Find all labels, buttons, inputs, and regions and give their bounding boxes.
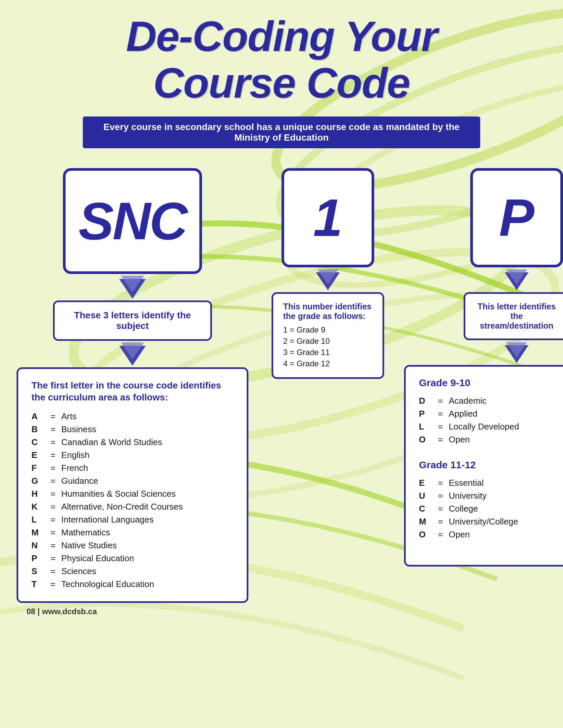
curr-equals: = [45,515,61,525]
curr-letter: C [31,437,45,447]
curriculum-list-item: A=Arts [31,410,233,423]
curriculum-title: The first letter in the course code iden… [31,380,233,404]
subtitle-banner: Every course in secondary school has a u… [83,116,480,148]
stream-list-item: M=University/College [419,515,563,528]
curr-letter: A [31,411,45,422]
curr-equals: = [45,411,61,422]
curriculum-box: The first letter in the course code iden… [17,367,248,603]
curriculum-list-item: H=Humanities & Social Sciences [31,487,233,500]
curr-letter: L [31,515,45,525]
1p-code-row: 1 This number identifies the grade as fo… [271,168,563,567]
arrow-stream-2 [502,340,532,365]
curr-value: Alternative, Non-Credit Courses [61,502,183,512]
curriculum-list-item: P=Physical Education [31,552,233,565]
stream-list-item: O=Open [419,433,563,446]
stream-letter-box: P [470,168,563,267]
curr-letter: E [31,450,45,460]
curr-value: French [61,463,88,473]
grade-info-box: This number identifies the grade as foll… [271,292,384,379]
curriculum-list-item: L=International Languages [31,513,233,526]
curr-value: Guidance [61,476,98,486]
curriculum-list-item: C=Canadian & World Studies [31,436,233,449]
grade-list-item: 4 = Grade 12 [283,358,373,369]
curr-letter: P [31,553,45,564]
grade-1112-title: Grade 11-12 [419,459,563,471]
stream-list-item: D=Academic [419,394,563,407]
grade-list-item: 2 = Grade 10 [283,336,373,347]
snc-code-text: SNC [78,191,186,251]
curr-value: Sciences [61,566,96,576]
curr-value: Humanities & Social Sciences [61,489,175,499]
arrow-snc-1 [116,274,149,300]
grade-info-title: This number identifies the grade as foll… [283,302,373,321]
curr-equals: = [45,540,61,551]
stream-list-item: P=Applied [419,407,563,420]
stream-910-list: D=AcademicP=AppliedL=Locally DevelopedO=… [419,394,563,446]
stream-list-item: L=Locally Developed [419,420,563,433]
grade-910-title: Grade 9-10 [419,377,563,388]
left-section: SNC These 3 letters identify the subject… [26,168,238,603]
grade-list-item: 3 = Grade 11 [283,347,373,358]
curriculum-list-item: E=English [31,449,233,462]
curr-equals: = [45,476,61,486]
curr-equals: = [45,579,61,589]
stream-label-box: This letter identifies the stream/destin… [464,292,563,340]
snc-code-box: SNC [63,168,202,274]
curr-equals: = [45,463,61,473]
curriculum-list-item: M=Mathematics [31,526,233,539]
curr-value: Canadian & World Studies [61,437,162,447]
curr-value: English [61,450,89,460]
footer: 08 | www.dcdsb.ca [26,607,97,616]
curriculum-list-item: N=Native Studies [31,539,233,552]
curr-equals: = [45,437,61,447]
curr-letter: N [31,540,45,551]
arrow-grade [313,267,343,292]
curr-value: International Languages [61,515,154,525]
subject-label-box: These 3 letters identify the subject [53,300,212,341]
curr-letter: M [31,527,45,538]
grade-digit-box: 1 [282,168,374,267]
curr-equals: = [45,489,61,499]
curriculum-list-item: T=Technological Education [31,578,233,591]
curr-letter: K [31,502,45,512]
stream-list-item: U=University [419,489,563,502]
stream-letter-text: P [499,187,535,248]
curr-letter: F [31,463,45,473]
curriculum-list-item: S=Sciences [31,565,233,578]
grade-list-item: 1 = Grade 9 [283,324,373,336]
curriculum-list-item: G=Guidance [31,475,233,487]
curr-equals: = [45,502,61,512]
curriculum-list-item: B=Business [31,423,233,436]
curr-letter: G [31,476,45,486]
stream-1112-list: E=EssentialU=UniversityC=CollegeM=Univer… [419,477,563,541]
stream-list-item: O=Open [419,528,563,541]
stream-destinations-box: Grade 9-10 D=AcademicP=AppliedL=Locally … [404,365,563,567]
curriculum-list-item: K=Alternative, Non-Credit Courses [31,500,233,513]
curr-equals: = [45,527,61,538]
curr-letter: S [31,566,45,576]
curr-letter: H [31,489,45,499]
curr-value: Arts [61,411,76,422]
page-title: De-Coding Your Course Code [26,13,537,107]
stream-list-item: C=College [419,502,563,515]
stream-list-item: E=Essential [419,477,563,489]
curr-equals: = [45,553,61,564]
right-section: 1 This number identifies the grade as fo… [252,168,563,567]
curr-value: Technological Education [61,579,154,589]
grade-digit-text: 1 [313,187,343,248]
arrow-snc-2 [116,341,149,367]
curr-value: Mathematics [61,527,110,538]
curr-value: Native Studies [61,540,117,551]
curr-equals: = [45,424,61,434]
curriculum-list: A=ArtsB=BusinessC=Canadian & World Studi… [31,410,233,591]
col-grade: 1 This number identifies the grade as fo… [271,168,384,379]
curriculum-list-item: F=French [31,462,233,475]
curr-value: Physical Education [61,553,134,564]
curr-equals: = [45,450,61,460]
col-stream: P This letter identifies the stream/dest… [404,168,563,567]
curr-letter: T [31,579,45,589]
curr-value: Business [61,424,96,434]
arrow-stream [502,267,532,292]
main-layout: SNC These 3 letters identify the subject… [26,168,537,603]
grade-list: 1 = Grade 92 = Grade 103 = Grade 114 = G… [283,324,373,369]
